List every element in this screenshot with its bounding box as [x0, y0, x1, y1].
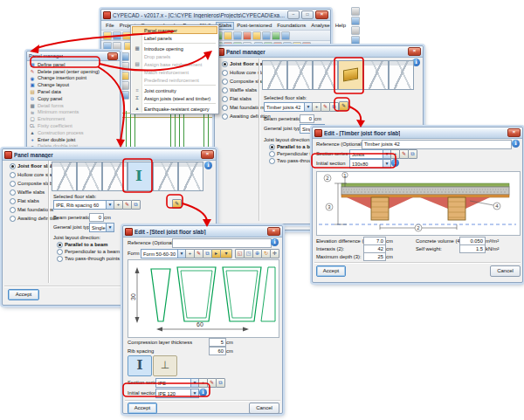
reference-input[interactable]: Timber joists 42 [362, 140, 512, 149]
copy-series-icon[interactable]: ⧉ [408, 149, 417, 159]
section-series-combo[interactable]: IPE▼ [155, 378, 199, 388]
toolbar-icon[interactable] [224, 31, 232, 40]
slab-thumbnail[interactable] [153, 162, 178, 191]
toolbar-icon[interactable] [252, 31, 261, 40]
beam-penetration-field[interactable]: 0 [89, 213, 104, 222]
radio-waffle-slabs[interactable]: Waffle slabs [222, 86, 257, 93]
tool-copy-panel[interactable]: ⧉Copy panel [27, 95, 120, 102]
dialog-close[interactable]: × [267, 227, 280, 236]
floor-slab-combo[interactable]: IPE, Rib spacing 60▼ [53, 200, 114, 210]
radio-composite-slabs[interactable]: Composite slabs [222, 78, 267, 85]
help-icon[interactable]: i [204, 162, 212, 169]
tool-change-insertion-point[interactable]: ◉Change insertion point [27, 75, 120, 82]
floor-slab-combo[interactable]: Timber joists 42▼ [264, 102, 313, 112]
dialog-close[interactable]: × [507, 128, 521, 137]
tool-change-layout[interactable]: ▣Change layout [27, 81, 120, 88]
radio-awaiting-definition[interactable]: Awaiting definition [10, 215, 59, 222]
menu-help[interactable]: Help [333, 22, 348, 30]
radio-two-points[interactable]: Two pass-through points [57, 255, 120, 262]
copy-element-icon[interactable]: ⧉ [131, 200, 141, 210]
accept-button[interactable]: Accept [8, 289, 39, 300]
self-weight-field[interactable]: 1.5 [459, 244, 486, 253]
copy-element-icon[interactable]: ⧉ [329, 102, 339, 112]
export-form-icon[interactable]: ▾ [220, 249, 232, 258]
initial-section-combo[interactable]: 130x80▼ [349, 159, 391, 169]
toolwindow-close[interactable]: × [107, 52, 118, 60]
full-joist-button[interactable]: I [128, 355, 152, 376]
slab-thumbnail[interactable] [262, 60, 287, 90]
tool-define-panel[interactable]: ▦Define panel [27, 61, 120, 68]
slab-thumbnail[interactable] [363, 60, 389, 90]
accept-button[interactable]: Accept [316, 265, 346, 277]
menu-item-assign-joists[interactable]: ꞮAssign joists (steel and timber) [132, 94, 217, 102]
toolbar-icon[interactable] [121, 91, 129, 100]
menu-foundations[interactable]: Foundations [274, 22, 308, 30]
radio-flat-slabs[interactable]: Flat slabs [222, 95, 252, 102]
radio-mat-foundations[interactable]: Mat foundations [10, 206, 53, 213]
toolbar-icon[interactable] [351, 26, 360, 35]
help-icon[interactable]: i [512, 140, 520, 148]
radio-perpendicular-beam[interactable]: Perpendicular to a beam [57, 248, 120, 255]
minimize-button[interactable]: – [287, 10, 300, 19]
menu-item-introduce-opening[interactable]: ▦Introduce opening [132, 45, 217, 52]
save-icon[interactable] [113, 31, 121, 40]
toolbar-icon[interactable] [121, 52, 129, 61]
initial-section-combo[interactable]: IPE 120▼ [155, 389, 199, 398]
menu-item-panel-manager[interactable]: Panel manager [132, 26, 217, 34]
toolbar-icon[interactable] [233, 31, 242, 40]
toolbar-icon[interactable] [351, 7, 360, 16]
beam-penetration-field[interactable]: 0 [300, 114, 314, 123]
radio-waffle-slabs[interactable]: Waffle slabs [10, 189, 45, 196]
half-joist-button[interactable]: ⊥ [153, 355, 177, 376]
radio-flat-slabs[interactable]: Flat slabs [10, 197, 39, 204]
form-combo[interactable]: Form 50-60-30▼ [141, 249, 186, 258]
toolbar-icon[interactable] [351, 17, 360, 25]
menu-post-tensioned[interactable]: Post-tensioned [234, 22, 274, 30]
menu-analyse[interactable]: Analyse [308, 22, 332, 30]
dialog-close[interactable]: × [408, 47, 421, 56]
menu-item-earthquake-category[interactable]: ▲Earthquake-resistant category [132, 105, 217, 113]
cancel-button[interactable]: Cancel [490, 265, 521, 277]
info-icon[interactable]: i [391, 159, 399, 167]
menu-item-joist-continuity[interactable]: ⌗Joist continuity [132, 86, 217, 94]
open-icon[interactable] [103, 31, 112, 40]
slab-thumbnail[interactable] [52, 162, 77, 191]
accept-button[interactable]: Accept [128, 403, 157, 414]
slab-thumbnail[interactable] [313, 60, 338, 90]
close-button[interactable]: × [315, 10, 328, 19]
print-icon[interactable] [243, 31, 252, 40]
edit-list-icon[interactable]: ✎ [339, 101, 348, 111]
copy-series-icon[interactable]: ⧉ [216, 378, 225, 388]
maximize-button[interactable]: □ [301, 10, 314, 19]
toolbar-icon[interactable] [272, 31, 280, 40]
section-series-combo[interactable]: Joists▼ [349, 149, 391, 159]
tool-delete-panel[interactable]: ✎Delete panel (enter opening) [27, 68, 120, 75]
radio-hollow-core-slabs[interactable]: Hollow core slabs [10, 171, 57, 178]
slab-thumbnail[interactable] [77, 162, 102, 191]
cancel-button[interactable]: Cancel [249, 403, 279, 414]
reference-input[interactable] [172, 238, 272, 248]
slab-thumbnail[interactable] [178, 162, 203, 191]
toolbar-icon[interactable] [351, 36, 360, 45]
general-joist-type-combo[interactable]: Single▼ [89, 223, 114, 232]
tool-enter-double-joist[interactable]: +Enter double joist [27, 136, 120, 143]
toolbar-icon[interactable] [121, 72, 129, 80]
radio-parallel-beam[interactable]: Parallel to a beam [57, 241, 107, 248]
maximum-depth-field[interactable]: 25 [363, 252, 386, 261]
tool-panel-data[interactable]: ▤Panel data [27, 88, 120, 95]
slab-thumbnail-selected[interactable] [128, 162, 153, 191]
pan-icon[interactable]: ✛ [270, 249, 279, 258]
rib-spacing-field[interactable]: 60 [209, 347, 226, 355]
slab-thumbnail[interactable] [389, 60, 414, 90]
compression-layer-field[interactable]: 5 [209, 338, 226, 347]
toolbar-icon[interactable] [121, 62, 129, 71]
edit-list-icon[interactable]: ✎ [172, 199, 182, 209]
dialog-close[interactable]: × [201, 150, 214, 159]
toolbar-icon[interactable] [281, 31, 290, 40]
slab-thumbnail-selected[interactable] [338, 60, 363, 90]
menu-item-label-panels[interactable]: Label panels [132, 34, 217, 42]
toolbar-icon[interactable] [121, 81, 129, 90]
menu-file[interactable]: File [103, 22, 117, 30]
info-icon[interactable]: i [199, 389, 207, 396]
slab-thumbnail[interactable] [287, 60, 313, 90]
